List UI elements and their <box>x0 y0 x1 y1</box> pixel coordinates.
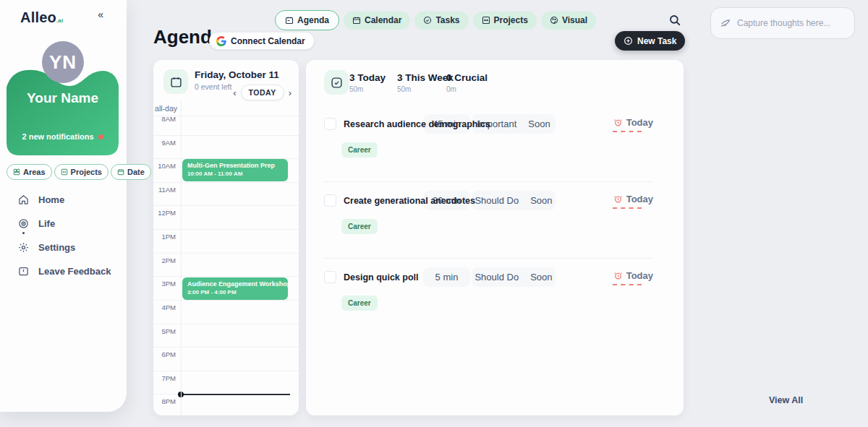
task-urgency: Soon <box>528 118 550 129</box>
stat-crucial: 0 Crucial 0m <box>446 72 488 93</box>
task-checkbox[interactable] <box>324 271 336 283</box>
google-icon <box>216 36 226 46</box>
app-window: Alleo.ai « YN Your Name 2 new notificati… <box>0 0 868 427</box>
event-time: 3:00 PM - 4:00 PM <box>187 289 283 296</box>
time-grid-divider <box>181 101 182 415</box>
sidebar-item-home-label: Home <box>38 194 64 205</box>
event-time: 10:00 AM - 11:00 AM <box>187 171 283 177</box>
new-task-button[interactable]: New Task <box>615 31 685 51</box>
connect-calendar-button[interactable]: Connect Calendar <box>209 32 315 50</box>
top-nav: Agenda Calendar Tasks Projects Visual <box>275 10 596 30</box>
hour-label: 3PM <box>153 280 176 288</box>
sidebar-item-feedback[interactable]: Leave Feedback <box>18 264 111 278</box>
projects-icon <box>61 168 68 176</box>
hour-row[interactable]: 5PM <box>153 324 299 348</box>
sidebar-item-life[interactable]: Life <box>18 216 111 230</box>
hour-label: 1PM <box>153 233 176 241</box>
due-underline <box>613 131 642 132</box>
stat-today-duration: 50m <box>349 85 386 93</box>
stat-this-week: 3 This Week 50m <box>397 72 454 93</box>
task-checkbox[interactable] <box>324 118 336 130</box>
tab-projects[interactable]: Projects <box>473 12 537 30</box>
current-time-indicator <box>179 394 290 395</box>
filter-date-button[interactable]: Date <box>111 164 151 180</box>
tab-tasks[interactable]: Tasks <box>414 12 468 30</box>
hour-row[interactable]: 11AM <box>153 182 299 206</box>
task-title[interactable]: Research audience demographics <box>344 119 490 129</box>
task-priority-pill[interactable]: Should Do Soon <box>472 267 556 287</box>
next-day-button[interactable]: › <box>289 88 292 98</box>
task-title[interactable]: Create generational anecdotes <box>344 196 475 206</box>
task-duration: 5 min <box>435 272 459 282</box>
calendar-icon <box>352 16 361 25</box>
tab-calendar-label: Calendar <box>365 15 401 25</box>
home-icon <box>18 194 29 205</box>
calendar-nav: ‹ TODAY › <box>233 85 292 100</box>
filter-areas-label: Areas <box>23 168 46 176</box>
target-icon <box>18 218 29 229</box>
task-priority-pill[interactable]: Should Do Soon <box>472 191 556 210</box>
filter-projects-button[interactable]: Projects <box>54 164 109 180</box>
all-day-row: all-day <box>153 101 299 116</box>
hour-row[interactable]: 9AM <box>153 135 299 159</box>
task-urgency: Soon <box>530 272 552 282</box>
task-due-badge[interactable]: Today <box>613 117 653 128</box>
notifications-text[interactable]: 2 new notifications <box>7 132 119 141</box>
projects-tab-icon <box>482 16 490 25</box>
task-row: Create generational anecdotes 30 min Sho… <box>306 181 684 258</box>
hour-row[interactable]: 8PM <box>153 394 299 415</box>
task-tag[interactable]: Career <box>341 219 378 234</box>
task-title[interactable]: Design quick poll <box>344 272 419 282</box>
task-row: Design quick poll 5 min Should Do Soon T… <box>306 258 684 335</box>
due-underline <box>613 284 642 285</box>
date-icon <box>117 168 124 176</box>
areas-icon <box>13 168 20 176</box>
avatar[interactable]: YN <box>42 41 84 83</box>
task-due-badge[interactable]: Today <box>613 270 653 281</box>
hour-label: 12PM <box>153 209 176 217</box>
sidebar-item-home[interactable]: Home <box>18 192 111 207</box>
hour-row[interactable]: 6PM <box>153 347 299 371</box>
sidebar-collapse-icon[interactable]: « <box>98 9 103 20</box>
plus-circle-icon <box>624 36 633 46</box>
tasks-icon <box>423 16 432 25</box>
search-icon[interactable] <box>668 14 681 30</box>
tab-visual[interactable]: Visual <box>541 12 596 30</box>
stat-today-count: 3 Today <box>349 72 386 83</box>
capture-thoughts-box[interactable] <box>710 7 855 39</box>
tab-agenda[interactable]: Agenda <box>275 10 339 30</box>
hour-row[interactable]: 7PM <box>153 371 299 394</box>
stat-today: 3 Today 50m <box>349 72 386 93</box>
all-day-label: all-day <box>153 104 177 113</box>
hour-row[interactable]: 4PM <box>153 300 299 324</box>
view-all-link[interactable]: View All <box>769 395 803 405</box>
hour-row[interactable]: 1PM <box>153 229 299 253</box>
agenda-calendar-card: Friday, October 11 0 event left ‹ TODAY … <box>153 60 299 415</box>
hour-label: 10AM <box>153 162 176 170</box>
calendar-event[interactable]: Audience Engagement Workshop 3:00 PM - 4… <box>182 277 288 300</box>
task-tag[interactable]: Career <box>341 142 378 158</box>
sidebar-item-settings[interactable]: Settings <box>18 240 111 254</box>
hour-row[interactable]: 2PM <box>153 253 299 277</box>
task-due-badge[interactable]: Today <box>613 194 653 204</box>
hour-label: 9AM <box>153 139 176 147</box>
filter-date-label: Date <box>127 168 145 176</box>
tab-calendar[interactable]: Calendar <box>344 12 410 30</box>
tasks-header-icon <box>324 70 349 95</box>
task-due-label: Today <box>626 270 653 281</box>
sidebar-item-life-label: Life <box>38 218 55 229</box>
alarm-icon <box>613 118 623 127</box>
calendar-event[interactable]: Multi-Gen Presentation Prep 10:00 AM - 1… <box>182 159 288 181</box>
task-tag[interactable]: Career <box>341 296 378 311</box>
filter-areas-button[interactable]: Areas <box>7 164 52 180</box>
today-button[interactable]: TODAY <box>241 85 284 100</box>
agenda-icon <box>285 16 294 25</box>
hour-row[interactable]: 12PM <box>153 205 299 229</box>
task-checkbox[interactable] <box>324 194 336 207</box>
hour-label: 11AM <box>153 186 176 194</box>
due-underline <box>613 207 642 209</box>
task-duration-pill[interactable]: 5 min <box>423 267 470 287</box>
capture-thoughts-input[interactable] <box>737 18 846 28</box>
prev-day-button[interactable]: ‹ <box>233 88 236 98</box>
event-title: Multi-Gen Presentation Prep <box>187 162 283 169</box>
